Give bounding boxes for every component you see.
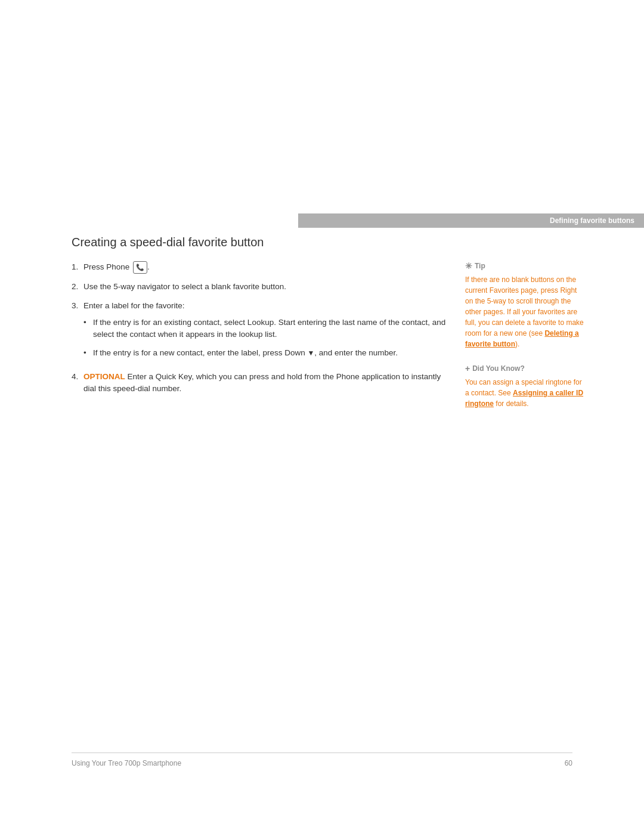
did-you-know-text: You can assign a special ringtone for a …: [465, 377, 584, 409]
tip-header-label: Tip: [475, 262, 485, 270]
step-2-text: Use the 5-way navigator to select a blan…: [83, 282, 286, 291]
bullet-2: If the entry is for a new contact, enter…: [83, 347, 447, 359]
tip-header: ✳ Tip: [465, 261, 584, 271]
tip-text: If there are no blank buttons on the cur…: [465, 274, 584, 349]
did-you-know-header: + Did You Know?: [465, 364, 584, 373]
footer-page-number: 60: [565, 759, 572, 767]
main-content: Creating a speed-dial favorite button Pr…: [72, 236, 584, 409]
footer-left-text: Using Your Treo 700p Smartphone: [72, 759, 181, 767]
step-3-text: Enter a label for the favorite:: [83, 301, 185, 310]
bullet-1: If the entry is for an existing contact,…: [83, 317, 447, 341]
did-you-know-header-label: Did You Know?: [472, 364, 525, 373]
optional-text: Enter a Quick Key, which you can press a…: [83, 372, 441, 393]
step-3: Enter a label for the favorite: If the e…: [72, 300, 447, 359]
bullet-list: If the entry is for an existing contact,…: [83, 317, 447, 359]
header-bar-title: Defining favorite buttons: [550, 216, 634, 225]
header-bar: Defining favorite buttons: [298, 213, 644, 228]
step-1-text: Press Phone 📞.: [83, 262, 150, 271]
right-column: ✳ Tip If there are no blank buttons on t…: [465, 261, 584, 409]
phone-icon: 📞: [133, 261, 147, 274]
down-arrow-icon: ▼: [307, 349, 314, 357]
optional-label: OPTIONAL: [83, 372, 125, 381]
page-wrapper: Defining favorite buttons Creating a spe…: [0, 0, 644, 833]
bullet-1-text: If the entry is for an existing contact,…: [93, 318, 445, 339]
tip-body-text: If there are no blank buttons on the cur…: [465, 275, 584, 337]
step-2: Use the 5-way navigator to select a blan…: [72, 281, 447, 293]
section-title: Creating a speed-dial favorite button: [72, 236, 584, 249]
tip-star-icon: ✳: [465, 261, 472, 271]
footer: Using Your Treo 700p Smartphone 60: [72, 753, 572, 767]
optional-step: OPTIONAL Enter a Quick Key, which you ca…: [72, 371, 447, 395]
bullet-2-text: If the entry is for a new contact, enter…: [93, 348, 398, 357]
did-you-know-box: + Did You Know? You can assign a special…: [465, 364, 584, 409]
tip-box: ✳ Tip If there are no blank buttons on t…: [465, 261, 584, 349]
step-1: Press Phone 📞.: [72, 261, 447, 274]
left-column: Press Phone 📞. Use the 5-way navigator t…: [72, 261, 447, 409]
tip-text-after: ).: [515, 340, 519, 348]
plus-icon: +: [465, 364, 470, 373]
numbered-list: Press Phone 📞. Use the 5-way navigator t…: [72, 261, 447, 359]
did-you-know-text-after: for details.: [494, 400, 529, 408]
content-columns: Press Phone 📞. Use the 5-way navigator t…: [72, 261, 584, 409]
